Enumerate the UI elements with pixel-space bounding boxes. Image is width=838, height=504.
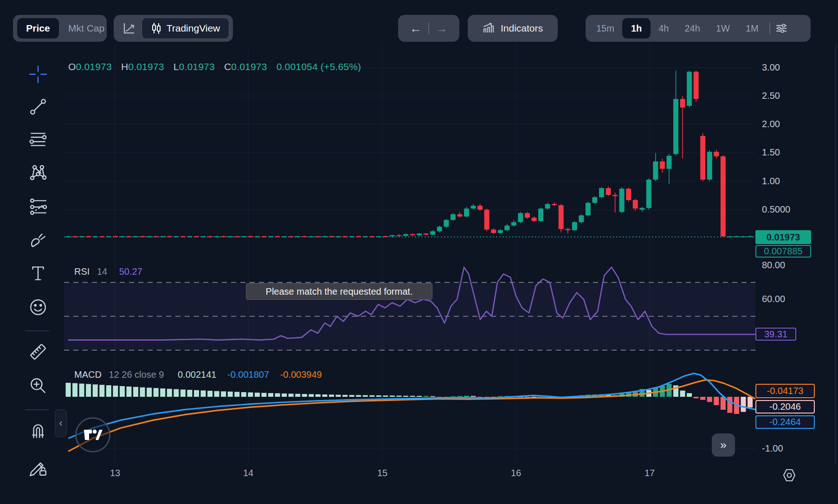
current-price-badge: 0.01973 [755,230,811,244]
collapse-sidebar-button[interactable]: ‹ [55,409,67,437]
forecast-tool-button[interactable] [28,197,48,217]
timeframe-1M[interactable]: 1M [738,18,767,39]
toolbar-divider [25,330,49,331]
price-tick: 1.50 [762,147,780,158]
macd-tick: -1.00 [762,443,783,454]
chart-source-toggle: TradingView [114,15,233,42]
toolbar-divider [25,409,49,410]
zoom-in-icon [28,376,48,395]
timeframe-1W[interactable]: 1W [708,18,738,39]
ruler-icon [28,342,48,362]
indicators-icon [483,22,496,34]
timeframe-selector: 15m1h4h24h1W1M [586,15,811,42]
drawing-lock-tool-button[interactable] [28,457,48,478]
timeframe-15m[interactable]: 15m [588,18,622,39]
interval-settings-icon[interactable] [775,22,788,35]
drawing-lock-icon [28,458,48,477]
axis-settings-gear-icon[interactable] [781,467,798,484]
indicators-label: Indicators [501,23,543,34]
brush-icon [28,231,48,250]
trading-chart-app: Price Mkt Cap TradingView ← → Indicators… [0,0,838,504]
rsi-tick: 60.00 [762,294,785,304]
emoji-icon [28,297,48,317]
price-tick: 3.00 [762,62,780,73]
magnet-icon [28,421,48,441]
mktcap-tab-label: Mkt Cap [68,23,104,33]
format-tooltip: Please match the requested format. [246,283,432,300]
x-tick: 14 [243,468,253,478]
trend-line-icon [28,97,48,116]
tradingview-tab[interactable]: TradingView [142,18,229,39]
timeframe-divider [769,22,770,34]
secondary-price-badge: 0.007885 [755,245,811,258]
zoom-in-tool-button[interactable] [28,375,48,396]
emoji-tool-button[interactable] [28,297,48,317]
macd-signal-badge: -0.04173 [755,384,815,398]
timeframe-list: 15m1h4h24h1W1M [588,18,767,39]
tradingview-tab-label: TradingView [167,23,220,34]
x-tick: 17 [645,468,655,478]
ohlc-header: O0.01973 H0.01973 L0.01973 C0.01973 0.00… [68,61,361,72]
price-tab-label: Price [26,23,50,34]
rsi-header: RSI 14 50.27 [74,266,142,277]
collapse-right-glyph: » [720,439,726,452]
text-icon [28,264,48,283]
timeframe-24h[interactable]: 24h [677,18,708,39]
history-nav: ← → [398,15,459,42]
candles-icon [151,22,162,34]
x-tick: 16 [511,468,521,478]
text-tool-button[interactable] [28,263,48,284]
back-arrow-button[interactable]: ← [410,21,422,36]
price-tick: 2.50 [762,90,780,101]
fib-lines-tool-button[interactable] [28,129,48,150]
line-chart-icon[interactable] [122,21,136,35]
expand-panel-button[interactable]: » [712,433,735,457]
macd-header: MACD 12 26 close 9 0.002141 -0.001807 -0… [74,369,322,380]
price-tick: 0.5000 [762,204,790,215]
price-mktcap-toggle: Price Mkt Cap [13,15,107,42]
macd-line-badge: -0.2464 [755,415,815,429]
magnet-tool-button[interactable] [28,421,48,441]
brush-tool-button[interactable] [28,230,48,251]
rsi-tick: 80.00 [762,260,785,271]
crosshair-icon [28,65,48,84]
crosshair-tool-button[interactable] [28,64,48,84]
timeframe-1h[interactable]: 1h [622,18,651,39]
forward-arrow-button[interactable]: → [436,21,448,36]
xabcd-pattern-icon [28,163,48,182]
tradingview-logo[interactable] [75,417,110,452]
rsi-value-badge: 39.31 [755,328,796,341]
price-tick: 1.00 [762,176,780,187]
timeframe-4h[interactable]: 4h [651,18,677,39]
nav-divider [428,22,429,34]
tradingview-logo-icon [83,426,103,443]
indicators-button[interactable]: Indicators [468,15,558,42]
collapse-left-glyph: ‹ [59,417,62,429]
chart-canvas[interactable] [0,0,838,504]
mktcap-tab[interactable]: Mkt Cap [68,23,104,34]
trend-line-tool-button[interactable] [28,97,48,117]
price-tab[interactable]: Price [17,18,59,39]
fib-lines-icon [28,130,48,149]
x-tick: 15 [377,468,387,478]
price-tick: 2.00 [762,119,780,129]
ruler-tool-button[interactable] [28,342,48,362]
forecast-icon [28,197,48,217]
x-tick: 13 [110,468,120,478]
macd-hist-badge: -0.2046 [755,400,815,414]
xabcd-pattern-tool-button[interactable] [28,162,48,183]
